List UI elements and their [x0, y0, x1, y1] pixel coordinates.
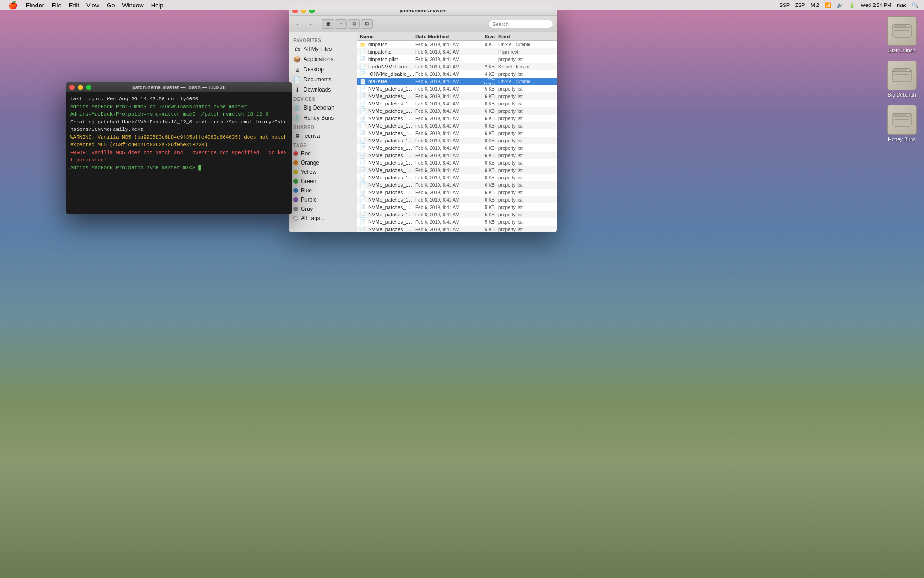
- file-row[interactable]: 📄 NVMe_patches_10_11_8_sec2016-001.plist…: [357, 107, 557, 115]
- file-row[interactable]: 📄 NVMe_patches_10_11_8_sec2018-003.plist…: [357, 181, 557, 189]
- sidebar-item-tag-yellow[interactable]: Yellow: [289, 167, 357, 177]
- file-date: Feb 6, 2019, 8:41 AM: [415, 168, 475, 173]
- terminal-body[interactable]: Last login: Wed Aug 26 14:43:50 on tty50…: [66, 92, 292, 214]
- terminal-close-button[interactable]: [69, 85, 75, 90]
- menubar-view[interactable]: View: [83, 0, 103, 10]
- file-name: Hack/NVMeFamilyInjector.kext: [368, 64, 415, 69]
- file-row[interactable]: 📄 NVMe_patches_10_11_8_sec2016-003.plist…: [357, 122, 557, 129]
- sidebar-all-tags-label: All Tags...: [301, 215, 325, 221]
- col-header-date[interactable]: Date Modified: [415, 34, 475, 39]
- desktop-icon-big-deborah[interactable]: Big Deborah: [885, 61, 918, 98]
- finder-forward-button[interactable]: ›: [305, 19, 316, 29]
- file-row[interactable]: 📁 binpatch Feb 6, 2019, 8:41 AM 9 KB Uni…: [357, 41, 557, 48]
- file-size: 6 KB: [475, 190, 498, 195]
- finder-column-view[interactable]: ⊞: [348, 19, 360, 29]
- col-header-size[interactable]: Size: [475, 34, 498, 39]
- file-row[interactable]: 📄 NVMe_patches_10_11_8_sec2017-004.plist…: [357, 152, 557, 159]
- sidebar-item-applications[interactable]: 📦 Applications: [289, 54, 357, 64]
- sidebar-item-iedriva[interactable]: 🖥 iedriva: [289, 131, 357, 141]
- file-row[interactable]: 📄 binpatch.plist Feb 6, 2019, 8:41 AM pr…: [357, 55, 557, 63]
- file-name: NVMe_patches_10_11_8_sec2016-001.plist: [368, 108, 415, 114]
- sidebar-item-documents[interactable]: 📄 Documents: [289, 74, 357, 85]
- file-kind: property list: [498, 190, 554, 195]
- finder-list-view[interactable]: ≡: [335, 19, 347, 29]
- file-icon: 📄: [360, 116, 366, 122]
- sidebar-item-downloads[interactable]: ⬇ Downloads: [289, 85, 357, 95]
- file-name: NVMe_patches_10_11_8_sec2017-003.plist: [368, 145, 415, 151]
- menubar-volume[interactable]: 🔊: [835, 0, 845, 10]
- file-date: Feb 6, 2019, 8:41 AM: [415, 197, 475, 203]
- col-header-kind[interactable]: Kind: [498, 34, 554, 39]
- sidebar-item-honey-buns[interactable]: 💿 Honey Buns: [289, 113, 357, 123]
- file-row[interactable]: 📄 Hack/NVMeFamilyInjector.kext Feb 6, 20…: [357, 63, 557, 70]
- file-name: binpatch.plist: [368, 56, 415, 62]
- file-kind: property list: [498, 86, 554, 92]
- file-row[interactable]: 📄 NVMe_patches_10_12_1.plist Feb 6, 2019…: [357, 211, 557, 218]
- sidebar-item-tag-blue[interactable]: Blue: [289, 186, 357, 195]
- desktop-icon-star-crunch[interactable]: Star Crunch: [885, 16, 918, 53]
- sidebar-item-all-my-files[interactable]: 🗂 All My Files: [289, 44, 357, 54]
- sidebar-item-all-tags[interactable]: All Tags...: [289, 214, 357, 223]
- file-row[interactable]: 📄 NVMe_patches_10_11_8_sec2017-005-15G18…: [357, 159, 557, 166]
- menubar-app-name[interactable]: Finder: [22, 0, 48, 10]
- file-row[interactable]: 📄 NVMe_patches_10_11_8_sec2017-002.plist…: [357, 137, 557, 144]
- file-date: Feb 6, 2019, 8:41 AM: [415, 131, 475, 136]
- file-date: Feb 6, 2019, 8:41 AM: [415, 205, 475, 210]
- file-row[interactable]: 📄 makefile Feb 6, 2019, 8:41 AM 384 byte…: [357, 78, 557, 85]
- menubar-go[interactable]: Go: [103, 0, 118, 10]
- sidebar-item-tag-purple[interactable]: Purple: [289, 195, 357, 204]
- file-row[interactable]: 📄 NVMe_patches_10_12_2.plist Feb 6, 2019…: [357, 218, 557, 226]
- file-kind: property list: [498, 138, 554, 143]
- menubar-search[interactable]: 🔍: [910, 0, 920, 10]
- sidebar-item-tag-red[interactable]: Red: [289, 149, 357, 158]
- file-row[interactable]: 📄 NVMe_patches_10_11_8_sec2016-002.plist…: [357, 115, 557, 122]
- file-row[interactable]: 📄 NVMe_patches_10_11_5.plist Feb 6, 2019…: [357, 85, 557, 92]
- menubar-file[interactable]: File: [48, 0, 65, 10]
- file-row[interactable]: 📄 NVMe_patches_10_12_1_16B2555.plist Feb…: [357, 203, 557, 211]
- menubar-help[interactable]: Help: [147, 0, 167, 10]
- file-row[interactable]: 📄 NVMe_patches_10_11_8_sec2018-002.plist…: [357, 174, 557, 181]
- file-row[interactable]: 📄 NVMe_patches_10_11_8_sec2017-001.plist…: [357, 129, 557, 137]
- finder-search-input[interactable]: [488, 20, 553, 28]
- star-crunch-label: Star Crunch: [888, 48, 916, 53]
- file-date: Feb 6, 2019, 8:41 AM: [415, 160, 475, 166]
- finder-cover-view[interactable]: ⊟: [361, 19, 373, 29]
- menubar-wifi[interactable]: 📶: [823, 0, 833, 10]
- file-row[interactable]: 📄 NVMe_patches_10_11_8_beta4.plist Feb 6…: [357, 100, 557, 107]
- sidebar-item-tag-green[interactable]: Green: [289, 177, 357, 186]
- desktop-icon-honey-buns[interactable]: Honey Buns: [885, 105, 918, 142]
- menubar-battery[interactable]: 🔋: [847, 0, 857, 10]
- menubar-datetime: Wed 2:54 PM: [859, 0, 893, 10]
- file-row[interactable]: 📄 NVMe_patches_10_11_8_supp2056-003.plis…: [357, 189, 557, 196]
- sidebar-item-tag-gray[interactable]: Gray: [289, 204, 357, 214]
- finder-back-button[interactable]: ‹: [292, 19, 303, 29]
- menubar: 🍎 Finder File Edit View Go Window Help S…: [0, 0, 924, 10]
- apple-menu[interactable]: 🍎: [4, 0, 22, 10]
- file-row[interactable]: 📄 NVMe_patches_10_11_8.plist Feb 6, 2019…: [357, 196, 557, 203]
- file-row[interactable]: 📄 IONVMe_disable_rename.plist Feb 6, 201…: [357, 70, 557, 78]
- file-row[interactable]: 📄 NVMe_patches_10_12_3.plist Feb 6, 2019…: [357, 226, 557, 232]
- menubar-window[interactable]: Window: [118, 0, 147, 10]
- file-row[interactable]: 📄 NVMe_patches_10_11_8_15G22010.plist Fe…: [357, 92, 557, 100]
- sidebar-item-desktop[interactable]: 🖥 Desktop: [289, 64, 357, 74]
- file-row[interactable]: 📄 NVMe_patches_10_11_8_sec2018-001.plist…: [357, 166, 557, 174]
- finder-icon-view[interactable]: ▦: [322, 19, 334, 29]
- file-size: 6 KB: [475, 109, 498, 114]
- sidebar-item-tag-orange[interactable]: Orange: [289, 158, 357, 167]
- col-header-name[interactable]: Name: [360, 34, 415, 39]
- terminal-maximize-button[interactable]: [86, 85, 91, 90]
- file-icon: 📄: [360, 160, 366, 166]
- file-row[interactable]: 📄 NVMe_patches_10_11_8_sec2017-003.plist…: [357, 144, 557, 152]
- sidebar-item-big-deborah[interactable]: 💿 Big Deborah: [289, 103, 357, 113]
- file-date: Feb 6, 2019, 8:41 AM: [415, 175, 475, 180]
- file-kind: property list: [498, 160, 554, 166]
- sidebar-tag-yellow-label: Yellow: [301, 169, 316, 175]
- file-row[interactable]: 📄 binpatch.c Feb 6, 2019, 8:41 AM Plain …: [357, 48, 557, 55]
- menubar-edit[interactable]: Edit: [65, 0, 83, 10]
- all-tags-dot: [293, 216, 298, 221]
- file-name: NVMe_patches_10_11_8_sec2018-003.plist: [368, 182, 415, 188]
- terminal-minimize-button[interactable]: [78, 85, 83, 90]
- file-date: Feb 6, 2019, 8:41 AM: [415, 183, 475, 188]
- file-size: 5 KB: [475, 86, 498, 92]
- star-crunch-icon: [887, 16, 917, 46]
